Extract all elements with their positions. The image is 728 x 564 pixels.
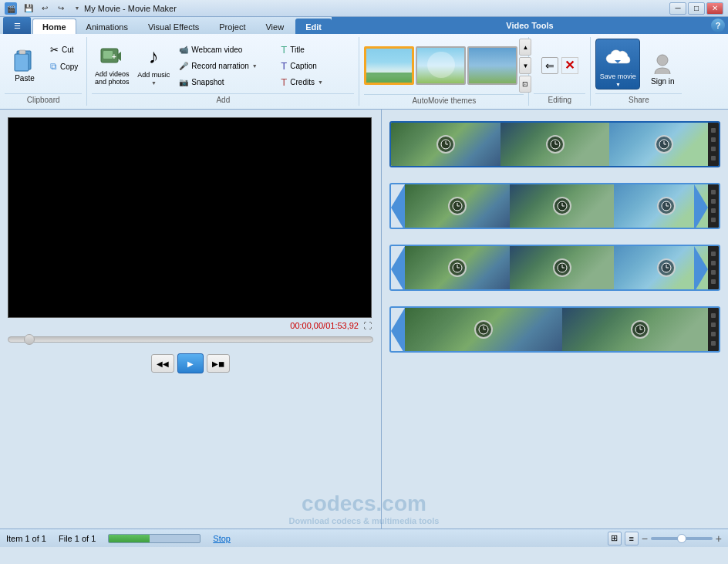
title-button[interactable]: T Title [277, 42, 354, 57]
tab-edit[interactable]: Edit [295, 19, 332, 34]
theme-1[interactable] [364, 46, 414, 85]
strip-2-frame-1 [405, 184, 510, 228]
seek-thumb[interactable] [24, 334, 35, 345]
hole [711, 128, 716, 133]
theme-3[interactable] [467, 46, 517, 85]
minimize-button[interactable]: ─ [669, 2, 686, 15]
hole [711, 208, 716, 213]
prev-frame-button[interactable]: ◀◀ [151, 354, 174, 373]
view-toggle-2[interactable]: ≡ [625, 532, 639, 545]
left-arrow-2 [391, 184, 405, 229]
film-holes-4 [708, 308, 719, 351]
title-icon: T [281, 44, 287, 56]
save-quickbtn[interactable]: 💾 [22, 2, 35, 15]
clock-1-3 [655, 135, 673, 154]
strip-2-container[interactable] [389, 183, 720, 229]
video-screen [8, 117, 372, 318]
left-arrow-4 [391, 308, 405, 353]
hole [711, 137, 716, 142]
add-music-button[interactable]: ♪ Add music ▼ [133, 39, 174, 89]
mic-icon: 🎤 [179, 62, 188, 70]
view-toggle-1[interactable]: ⊞ [608, 532, 622, 545]
clock-4-1 [474, 320, 493, 339]
delete-button[interactable]: ✕ [561, 57, 578, 74]
film-strip-3[interactable] [389, 241, 720, 295]
copy-button[interactable]: ⧉ Copy [46, 59, 82, 74]
svg-text:+: + [112, 52, 116, 61]
zoom-plus[interactable]: + [716, 532, 722, 545]
sign-in-button[interactable]: Sign in [643, 45, 682, 91]
next-frame-button[interactable]: ▶◼ [207, 354, 230, 373]
fullscreen-icon[interactable]: ⛶ [363, 321, 372, 330]
clock-2-2 [553, 197, 571, 215]
strip-1-container[interactable] [389, 121, 720, 167]
save-movie-dropdown: ▼ [615, 82, 621, 87]
add-videos-label: Add videosand photos [95, 70, 130, 86]
tab-home[interactable]: Home [32, 19, 76, 34]
automovie-group-label: AutoMovie themes [364, 94, 524, 105]
tab-animations[interactable]: Animations [76, 19, 138, 34]
credits-button[interactable]: T Credits ▼ [277, 74, 354, 89]
strip-4-frame-1 [405, 308, 562, 351]
undo-quickbtn[interactable]: ↩ [38, 2, 52, 15]
add-group-label: Add [92, 93, 354, 104]
webcam-label: Webcam video [191, 46, 242, 54]
add-videos-button[interactable]: + Add videosand photos [92, 39, 132, 89]
clock-3-2 [553, 258, 571, 277]
stop-button[interactable]: Stop [213, 534, 231, 543]
strip-3-container[interactable] [389, 245, 720, 291]
film-strip-1[interactable] [389, 117, 720, 171]
add-music-dropdown: ▼ [151, 80, 157, 86]
clipboard-group: Paste ✂ Cut ⧉ Copy Clipboard [0, 37, 87, 106]
tab-view[interactable]: View [255, 19, 294, 34]
zoom-slider[interactable] [651, 537, 713, 540]
strip-4-frame-2 [562, 308, 720, 351]
right-arrow-3 [694, 246, 708, 291]
film-strip-4[interactable] [389, 302, 720, 356]
save-movie-button[interactable]: Save movie ▼ [595, 39, 640, 89]
svg-marker-6 [118, 52, 121, 61]
hole [711, 252, 716, 256]
hole [711, 147, 716, 151]
app-menu-button[interactable]: ☰ [3, 17, 31, 34]
caption-button[interactable]: T Caption [277, 58, 354, 73]
tab-project[interactable]: Project [209, 19, 255, 34]
snapshot-button[interactable]: 📷 Snapshot [175, 74, 275, 89]
right-arrow-2 [694, 184, 708, 229]
help-button[interactable]: ? [711, 19, 725, 32]
theme-1-preview [366, 49, 412, 83]
strip-2-frame-2 [510, 184, 615, 228]
seek-bar[interactable] [8, 336, 373, 343]
play-button[interactable]: ▶ [177, 353, 204, 373]
cut-icon: ✂ [50, 44, 59, 56]
editing-group: ⇐ ✕ Editing [529, 37, 591, 106]
automovie-group: ▲ ▼ ⊡ AutoMovie themes [359, 37, 529, 106]
zoom-minus[interactable]: − [642, 532, 648, 545]
copy-label: Copy [60, 62, 78, 71]
film-strip-2[interactable] [389, 179, 720, 233]
time-current: 00:00,00/01:53,92 [290, 321, 359, 330]
strip-4-container[interactable] [389, 306, 720, 353]
credits-icon: T [281, 76, 287, 88]
theme-2-preview [417, 48, 464, 83]
paste-button[interactable]: Paste [5, 39, 45, 89]
hole [711, 313, 716, 318]
tab-visual-effects[interactable]: Visual Effects [138, 19, 209, 34]
redo-quickbtn[interactable]: ↪ [54, 2, 68, 15]
close-button[interactable]: ✕ [706, 2, 723, 15]
cut-button[interactable]: ✂ Cut [46, 42, 82, 57]
record-button[interactable]: 🎤 Record narration ▼ [175, 58, 275, 73]
storyboard-area [382, 110, 728, 529]
theme-2[interactable] [416, 46, 466, 85]
move-left-button[interactable]: ⇐ [541, 57, 558, 74]
zoom-thumb[interactable] [677, 534, 686, 543]
snapshot-icon: 📷 [179, 78, 188, 86]
playback-controls: ◀◀ ▶ ▶◼ [8, 353, 373, 373]
quick-access-toolbar: 💾 ↩ ↪ ▼ [22, 2, 84, 15]
title-label: Title [290, 46, 305, 54]
webcam-button[interactable]: 📹 Webcam video [175, 42, 275, 57]
dropdown-quickbtn[interactable]: ▼ [70, 2, 84, 15]
maximize-button[interactable]: □ [688, 2, 705, 15]
hole [711, 199, 716, 204]
share-group-label: Share [595, 93, 682, 104]
